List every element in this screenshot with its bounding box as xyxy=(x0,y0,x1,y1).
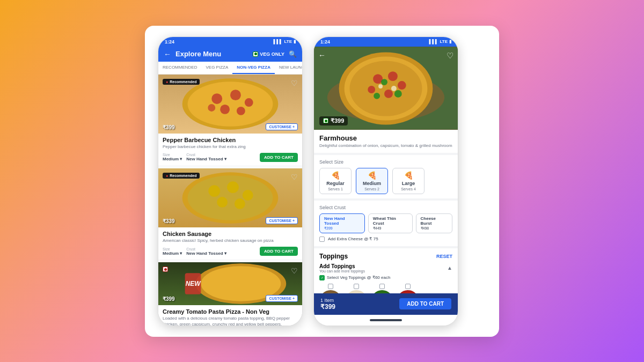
extra-cheese-label: Add Extra Cheese @ ₹ 75 xyxy=(328,237,378,241)
crust-hand-tossed[interactable]: New Hand Tossed ₹399 xyxy=(319,213,365,233)
extra-cheese-checkbox[interactable] xyxy=(319,237,325,242)
time-2: 1:24 xyxy=(320,39,330,45)
pizza-card-1: ● Recommended ♡ ₹399 CUSTOMISE + Pepper … xyxy=(158,75,302,165)
add-toppings-title: Add Toppings xyxy=(319,263,365,269)
size-option-medium[interactable]: 🍕 Medium Serves 2 xyxy=(356,168,388,194)
add-to-cart-button[interactable]: ADD TO CART xyxy=(399,298,451,309)
home-indicator-bar xyxy=(370,319,402,321)
add-cart-btn-1[interactable]: ADD TO CART xyxy=(260,153,298,162)
explore-menu-title: Explore Menu xyxy=(175,50,248,58)
customise-btn-1[interactable]: CUSTOMISE + xyxy=(266,123,298,130)
nav-bar-1: ← Explore Menu VEG ONLY 🔍 xyxy=(158,47,302,62)
phone-menu: 1:24 ▌▌▌ LTE ▮ ← Explore Menu VEG ONLY 🔍… xyxy=(158,36,303,326)
svg-point-7 xyxy=(208,104,215,112)
price-badge-1: ₹399 xyxy=(163,124,175,130)
capsicum-checkbox[interactable] xyxy=(379,284,385,289)
pizza-img-3: NEW ♡ ₹399 CUSTOMISE + xyxy=(158,262,302,305)
signal-icon-2: ▌▌▌ xyxy=(429,39,438,44)
medium-name: Medium xyxy=(363,181,381,186)
recommended-badge-1: ● Recommended xyxy=(163,79,200,85)
cart-price: ₹399 xyxy=(320,303,335,311)
svg-point-33 xyxy=(378,84,383,88)
size-heading: Select Size xyxy=(319,159,452,165)
svg-point-13 xyxy=(217,197,228,208)
pizza-actions-2: Size Medium ▾ Crust New Hand Tossed xyxy=(163,247,298,256)
size-options: 🍕 Regular Serves 1 🍕 Medium Serves 2 🍕 L… xyxy=(319,168,452,194)
search-icon-1[interactable]: 🔍 xyxy=(289,50,297,58)
add-cart-btn-2[interactable]: ADD TO CART xyxy=(260,247,298,256)
crust-heading: Select Crust xyxy=(319,205,452,210)
heart-icon-1[interactable]: ♡ xyxy=(291,79,298,87)
veg-toppings-label: Select Veg Toppings @ ₹60 each xyxy=(327,275,390,280)
customise-btn-2[interactable]: CUSTOMISE + xyxy=(266,217,298,224)
veg-only-label: VEG ONLY xyxy=(260,51,284,57)
toppings-items-row: 🍄 🧅 🫑 🍅 xyxy=(319,284,452,293)
svg-point-32 xyxy=(391,86,397,91)
recommended-badge-2: ● Recommended xyxy=(163,173,200,179)
svg-point-29 xyxy=(394,90,402,97)
svg-point-4 xyxy=(245,98,253,107)
tab-veg-pizza[interactable]: VEG PIZZA xyxy=(201,62,232,74)
cart-info: 1 Item ₹399 xyxy=(320,298,335,311)
signal-icons-1: ▌▌▌ LTE ▮ xyxy=(273,39,296,44)
size-crust-1: Size Medium ▾ Crust New Hand Tossed xyxy=(163,153,226,161)
recommended-dot: ● xyxy=(166,80,168,84)
product-price: ₹399 xyxy=(331,117,344,124)
battery-icon: ▮ xyxy=(294,39,296,44)
lte-label-2: LTE xyxy=(440,39,448,44)
signal-icon: ▌▌▌ xyxy=(273,39,282,44)
signal-icons-2: ▌▌▌ LTE ▮ xyxy=(429,39,451,44)
veg-only-badge[interactable]: VEG ONLY xyxy=(253,51,284,57)
tab-nonveg-pizza[interactable]: NON-VEG PIZZA xyxy=(232,62,275,74)
tab-new-launches[interactable]: NEW LAUNCHES xyxy=(275,62,302,74)
toppings-title: Toppings xyxy=(319,253,348,260)
tab-bar-1: RECOMMENDED VEG PIZZA NON-VEG PIZZA NEW … xyxy=(158,62,302,75)
regular-icon: 🍕 xyxy=(331,171,340,180)
crust-cheese-burst[interactable]: Cheese Burst ₹498 xyxy=(416,213,452,233)
svg-point-3 xyxy=(230,90,241,100)
product-image: ← ♡ ₹399 xyxy=(314,47,458,130)
size-option-regular[interactable]: 🍕 Regular Serves 1 xyxy=(319,168,352,194)
toppings-section: Toppings RESET Add Toppings You can add … xyxy=(314,248,458,293)
time-1: 1:24 xyxy=(165,39,174,45)
tab-recommended[interactable]: RECOMMENDED xyxy=(158,62,201,74)
size-option-large[interactable]: 🍕 Large Serves 4 xyxy=(392,168,425,194)
pizza-info-2: Chicken Sausage American classic! Spicy,… xyxy=(158,227,302,259)
reset-button[interactable]: RESET xyxy=(436,254,452,259)
battery-icon-2: ▮ xyxy=(449,39,451,44)
bottom-bar: 1 Item ₹399 ADD TO CART xyxy=(314,293,458,315)
svg-point-27 xyxy=(368,86,375,93)
crust-wheat-thin[interactable]: Wheat Thin Crust ₹449 xyxy=(368,213,413,233)
size-item-2: Size Medium ▾ xyxy=(163,247,182,256)
customise-btn-3[interactable]: CUSTOMISE + xyxy=(266,295,298,302)
heart-icon-detail[interactable]: ♡ xyxy=(447,51,453,61)
product-title: Farmhouse xyxy=(319,134,452,142)
heart-icon-3[interactable]: ♡ xyxy=(291,267,298,275)
svg-point-2 xyxy=(211,93,222,104)
heart-icon-2[interactable]: ♡ xyxy=(291,173,298,181)
pizza-info-1: Pepper Barbecue Chicken Pepper barbecue … xyxy=(158,134,302,165)
collapse-icon[interactable]: ▲ xyxy=(447,265,452,271)
rec-dot-2: ● xyxy=(166,174,168,178)
crust-item-1: Crust New Hand Tossed ▾ xyxy=(186,153,226,161)
back-button-1[interactable]: ← xyxy=(164,50,171,58)
pizza-desc-3: Loaded with a delicious creamy tomato pa… xyxy=(163,316,298,325)
large-serves: Serves 4 xyxy=(401,187,416,191)
add-toppings-row: Add Toppings You can add more toppings ▲ xyxy=(319,263,452,273)
app-container: 1:24 ▌▌▌ LTE ▮ ← Explore Menu VEG ONLY 🔍… xyxy=(145,26,499,337)
topping-tomato: 🍅 xyxy=(397,284,419,293)
toppings-header: Toppings RESET xyxy=(319,253,452,260)
onion-checkbox[interactable] xyxy=(354,284,359,289)
tomato-checkbox[interactable] xyxy=(405,284,411,289)
price-badge-3: ₹399 xyxy=(163,296,175,302)
svg-point-12 xyxy=(243,190,253,201)
product-subtitle: Delightful combination of onion, capsicu… xyxy=(319,143,452,149)
topping-mushroom: 🍄 xyxy=(319,284,342,293)
mushroom-checkbox[interactable] xyxy=(328,284,333,289)
home-indicator xyxy=(314,315,458,326)
back-button-2[interactable]: ← xyxy=(318,51,326,60)
medium-icon: 🍕 xyxy=(368,171,377,180)
svg-point-14 xyxy=(235,198,245,209)
svg-point-10 xyxy=(208,185,220,197)
svg-point-30 xyxy=(374,92,380,99)
